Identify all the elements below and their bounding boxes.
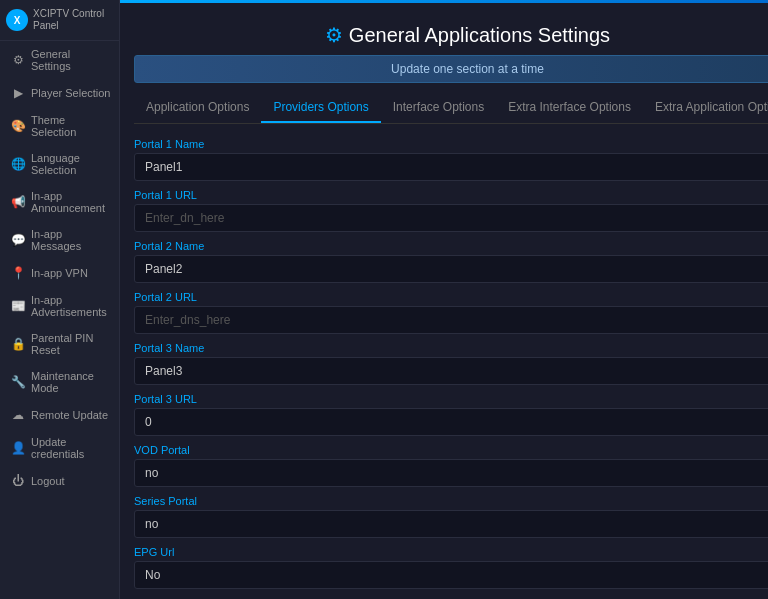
sidebar-item-player-selection[interactable]: ▶ Player Selection	[0, 79, 119, 107]
input-portal3-name[interactable]	[134, 357, 768, 385]
form-group-portal2-url: Portal 2 URL	[134, 291, 768, 334]
tab-providers-options[interactable]: Providers Options	[261, 93, 380, 123]
tab-extra-interface-options[interactable]: Extra Interface Options	[496, 93, 643, 123]
notice-bar: Update one section at a time	[134, 55, 768, 83]
sidebar-label-in-app-messages: In-app Messages	[31, 228, 111, 252]
page-title: ⚙General Applications Settings	[134, 23, 768, 47]
page-header: ⚙General Applications Settings	[134, 13, 768, 55]
sidebar-label-remote-update: Remote Update	[31, 409, 108, 421]
form-group-portal3-name: Portal 3 Name	[134, 342, 768, 385]
form-group-portal1-url: Portal 1 URL	[134, 189, 768, 232]
sidebar-item-in-app-messages[interactable]: 💬 In-app Messages	[0, 221, 119, 259]
sidebar-item-maintenance-mode[interactable]: 🔧 Maintenance Mode	[0, 363, 119, 401]
main-content: ⚙General Applications Settings Update on…	[120, 3, 768, 599]
label-series-portal: Series Portal	[134, 495, 768, 507]
form-group-portal1-name: Portal 1 Name	[134, 138, 768, 181]
tab-extra-application-options[interactable]: Extra Application Options	[643, 93, 768, 123]
sidebar-item-update-credentials[interactable]: 👤 Update credentials	[0, 429, 119, 467]
sidebar-label-maintenance-mode: Maintenance Mode	[31, 370, 111, 394]
label-portal3-name: Portal 3 Name	[134, 342, 768, 354]
providers-form: Portal 1 NamePortal 1 URLPortal 2 NamePo…	[134, 138, 768, 599]
sidebar-item-in-app-advertisements[interactable]: 📰 In-app Advertisements	[0, 287, 119, 325]
sidebar-label-in-app-advertisements: In-app Advertisements	[31, 294, 111, 318]
sidebar-label-language-selection: Language Selection	[31, 152, 111, 176]
tab-application-options[interactable]: Application Options	[134, 93, 261, 123]
sidebar-item-in-app-announcement[interactable]: 📢 In-app Announcement	[0, 183, 119, 221]
sidebar-item-theme-selection[interactable]: 🎨 Theme Selection	[0, 107, 119, 145]
theme-selection-icon: 🎨	[11, 119, 25, 133]
gear-icon: ⚙	[325, 24, 343, 46]
form-group-portal3-url: Portal 3 URL	[134, 393, 768, 436]
input-vod-portal[interactable]	[134, 459, 768, 487]
input-portal3-url[interactable]	[134, 408, 768, 436]
sidebar-item-in-app-vpn[interactable]: 📍 In-app VPN	[0, 259, 119, 287]
sidebar-label-in-app-vpn: In-app VPN	[31, 267, 88, 279]
sidebar-label-logout: Logout	[31, 475, 65, 487]
input-epg-url[interactable]	[134, 561, 768, 589]
sidebar-label-theme-selection: Theme Selection	[31, 114, 111, 138]
language-selection-icon: 🌐	[11, 157, 25, 171]
in-app-advertisements-icon: 📰	[11, 299, 25, 313]
input-portal1-url[interactable]	[134, 204, 768, 232]
in-app-announcement-icon: 📢	[11, 195, 25, 209]
tab-interface-options[interactable]: Interface Options	[381, 93, 496, 123]
parental-pin-reset-icon: 🔒	[11, 337, 25, 351]
in-app-vpn-icon: 📍	[11, 266, 25, 280]
form-group-epg-url: EPG Url	[134, 546, 768, 589]
sidebar-label-parental-pin-reset: Parental PIN Reset	[31, 332, 111, 356]
content-area: ⚙General Applications Settings Update on…	[120, 3, 768, 599]
label-vod-portal: VOD Portal	[134, 444, 768, 456]
label-portal2-name: Portal 2 Name	[134, 240, 768, 252]
sidebar-header: X XCIPTV Control Panel	[0, 0, 119, 41]
sidebar-item-parental-pin-reset[interactable]: 🔒 Parental PIN Reset	[0, 325, 119, 363]
label-portal3-url: Portal 3 URL	[134, 393, 768, 405]
sidebar-item-general-settings[interactable]: ⚙ General Settings	[0, 41, 119, 79]
logout-icon: ⏻	[11, 474, 25, 488]
sidebar-item-logout[interactable]: ⏻ Logout	[0, 467, 119, 495]
sidebar: X XCIPTV Control Panel ⚙ General Setting…	[0, 0, 120, 599]
tab-bar: Application OptionsProviders OptionsInte…	[134, 93, 768, 124]
input-portal2-url[interactable]	[134, 306, 768, 334]
form-group-vod-portal: VOD Portal	[134, 444, 768, 487]
label-portal2-url: Portal 2 URL	[134, 291, 768, 303]
sidebar-label-general-settings: General Settings	[31, 48, 111, 72]
sidebar-nav: ⚙ General Settings ▶ Player Selection 🎨 …	[0, 41, 119, 495]
app-logo: X	[6, 9, 28, 31]
app-title: XCIPTV Control Panel	[33, 8, 113, 32]
sidebar-item-remote-update[interactable]: ☁ Remote Update	[0, 401, 119, 429]
input-portal1-name[interactable]	[134, 153, 768, 181]
form-group-series-portal: Series Portal	[134, 495, 768, 538]
maintenance-mode-icon: 🔧	[11, 375, 25, 389]
label-epg-url: EPG Url	[134, 546, 768, 558]
input-portal2-name[interactable]	[134, 255, 768, 283]
sidebar-item-language-selection[interactable]: 🌐 Language Selection	[0, 145, 119, 183]
update-credentials-icon: 👤	[11, 441, 25, 455]
sidebar-label-in-app-announcement: In-app Announcement	[31, 190, 111, 214]
form-group-portal2-name: Portal 2 Name	[134, 240, 768, 283]
player-selection-icon: ▶	[11, 86, 25, 100]
input-series-portal[interactable]	[134, 510, 768, 538]
general-settings-icon: ⚙	[11, 53, 25, 67]
remote-update-icon: ☁	[11, 408, 25, 422]
sidebar-label-player-selection: Player Selection	[31, 87, 111, 99]
sidebar-label-update-credentials: Update credentials	[31, 436, 111, 460]
in-app-messages-icon: 💬	[11, 233, 25, 247]
label-portal1-url: Portal 1 URL	[134, 189, 768, 201]
label-portal1-name: Portal 1 Name	[134, 138, 768, 150]
main-wrapper: ⚙General Applications Settings Update on…	[120, 0, 768, 599]
